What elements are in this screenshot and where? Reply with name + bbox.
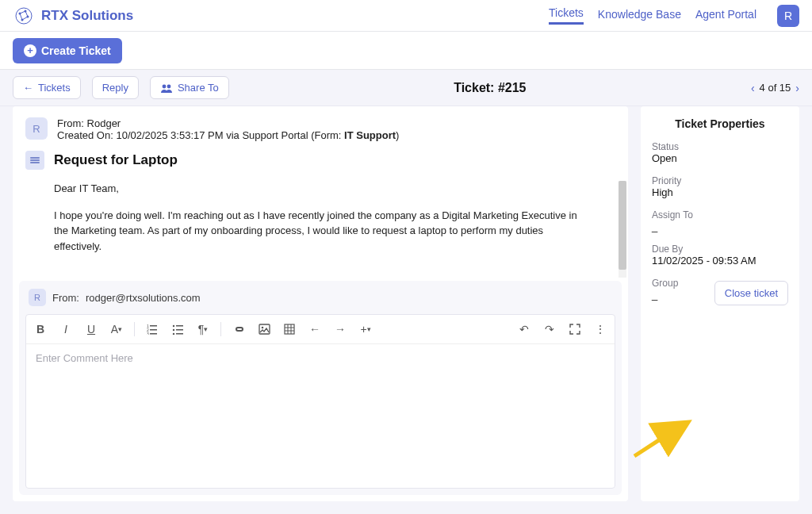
pager-prev[interactable]: ‹	[751, 82, 755, 94]
more-button[interactable]: ⋮	[589, 318, 611, 340]
ticket-toolbar: ← Tickets Reply Share To Ticket: #215 ‹ …	[0, 70, 812, 106]
arrow-left-icon: ←	[23, 82, 33, 94]
svg-line-8	[20, 13, 22, 20]
svg-line-5	[20, 11, 25, 13]
image-button[interactable]	[253, 318, 275, 340]
composer-from-row: R From: rodger@rtxsolutions.com	[19, 281, 622, 314]
link-button[interactable]	[228, 318, 250, 340]
create-ticket-label: Create Ticket	[41, 44, 111, 57]
svg-point-9	[163, 84, 167, 88]
nav-knowledge-base[interactable]: Knowledge Base	[598, 8, 681, 24]
svg-rect-23	[259, 324, 270, 334]
created-line: Created On: 10/02/2025 3:53:17 PM via Su…	[57, 129, 399, 141]
svg-point-19	[173, 329, 174, 331]
back-tickets-label: Tickets	[38, 82, 71, 94]
user-avatar[interactable]: R	[777, 5, 799, 27]
numbered-list-button[interactable]: 123	[141, 318, 163, 340]
svg-rect-14	[150, 329, 157, 331]
create-ticket-button[interactable]: + Create Ticket	[13, 38, 122, 63]
form-name: IT Support	[344, 129, 396, 141]
indent-button[interactable]: →	[329, 318, 351, 340]
composer: R From: rodger@rtxsolutions.com B I U A▾…	[19, 281, 622, 495]
people-icon	[160, 83, 173, 93]
due-value: 11/02/2025 - 09:53 AM	[652, 255, 788, 267]
redo-button[interactable]: ↷	[538, 318, 561, 340]
svg-rect-25	[285, 324, 294, 334]
svg-point-0	[16, 8, 32, 24]
svg-rect-18	[176, 325, 183, 327]
topbar: RTX Solutions Tickets Knowledge Base Age…	[0, 0, 812, 32]
assign-label: Assign To	[652, 209, 788, 221]
top-nav: Tickets Knowledge Base Agent Portal R	[549, 5, 799, 27]
body-paragraph: I hope you're doing well. I'm reaching o…	[54, 208, 587, 255]
close-ticket-button[interactable]: Close ticket	[714, 281, 788, 305]
plus-icon: +	[24, 44, 36, 57]
message-meta: From: Rodger Created On: 10/02/2025 3:53…	[57, 117, 399, 141]
separator	[220, 322, 221, 336]
svg-line-6	[25, 11, 28, 17]
editor-toolbar: B I U A▾ 123 ¶▾ ← → +▾ ↶	[26, 315, 615, 344]
svg-rect-16	[150, 333, 157, 335]
reply-label: Reply	[102, 82, 128, 94]
work-area: R From: Rodger Created On: 10/02/2025 3:…	[0, 106, 812, 514]
pager-text: 4 of 15	[760, 82, 791, 94]
ticket-properties-panel: Ticket Properties Status Open Priority H…	[641, 106, 799, 501]
composer-avatar: R	[29, 289, 46, 306]
brand-logo	[13, 5, 35, 27]
italic-button[interactable]: I	[55, 318, 77, 340]
status-label: Status	[652, 141, 788, 152]
bold-button[interactable]: B	[29, 318, 52, 340]
from-name: Rodger	[87, 117, 121, 129]
svg-rect-22	[176, 333, 183, 335]
message-icon	[25, 151, 44, 170]
svg-rect-20	[176, 329, 183, 331]
pager-next[interactable]: ›	[795, 82, 799, 94]
svg-point-10	[167, 84, 171, 88]
svg-text:3: 3	[147, 332, 149, 335]
brand-name: RTX Solutions	[41, 8, 133, 24]
nav-tickets[interactable]: Tickets	[549, 6, 584, 25]
svg-point-21	[173, 333, 174, 335]
priority-label: Priority	[652, 175, 788, 186]
separator	[134, 322, 135, 336]
priority-value: High	[652, 186, 788, 198]
properties-title: Ticket Properties	[652, 117, 788, 130]
share-button[interactable]: Share To	[150, 76, 229, 99]
status-value: Open	[652, 152, 788, 164]
created-suffix: )	[396, 129, 399, 141]
assign-value: _	[652, 221, 788, 232]
outdent-button[interactable]: ←	[304, 318, 326, 340]
insert-button[interactable]: +▾	[354, 318, 377, 340]
svg-point-24	[261, 327, 263, 329]
back-tickets-button[interactable]: ← Tickets	[13, 76, 81, 99]
reply-button[interactable]: Reply	[92, 76, 139, 99]
body-paragraph: Dear IT Team,	[54, 181, 587, 197]
share-label: Share To	[178, 82, 219, 94]
undo-button[interactable]: ↶	[513, 318, 535, 340]
from-prefix: From:	[57, 117, 87, 129]
svg-point-17	[173, 325, 174, 327]
scrollbar[interactable]	[619, 181, 626, 278]
nav-agent-portal[interactable]: Agent Portal	[695, 8, 756, 24]
bullet-list-button[interactable]	[167, 318, 189, 340]
editor: B I U A▾ 123 ¶▾ ← → +▾ ↶	[25, 314, 615, 489]
text-color-button[interactable]: A▾	[105, 318, 128, 340]
composer-from-prefix: From:	[52, 292, 79, 304]
table-button[interactable]	[278, 318, 301, 340]
pager: ‹ 4 of 15 ›	[751, 82, 799, 94]
ticket-title: Ticket: #215	[240, 81, 740, 95]
subject: Request for Laptop	[54, 152, 178, 168]
main-panel: R From: Rodger Created On: 10/02/2025 3:…	[13, 106, 628, 501]
due-label: Due By	[652, 244, 788, 255]
composer-from-email: rodger@rtxsolutions.com	[86, 292, 201, 304]
created-prefix: Created On:	[57, 129, 116, 141]
subject-row: Request for Laptop	[13, 144, 628, 181]
paragraph-button[interactable]: ¶▾	[192, 318, 214, 340]
message-body: Dear IT Team, I hope you're doing well. …	[13, 181, 628, 281]
from-line: From: Rodger	[57, 117, 399, 129]
underline-button[interactable]: U	[80, 318, 102, 340]
fullscreen-button[interactable]	[564, 318, 586, 340]
editor-textarea[interactable]: Enter Comment Here	[26, 344, 615, 488]
message-header: R From: Rodger Created On: 10/02/2025 3:…	[13, 106, 628, 144]
svg-rect-12	[150, 325, 157, 327]
